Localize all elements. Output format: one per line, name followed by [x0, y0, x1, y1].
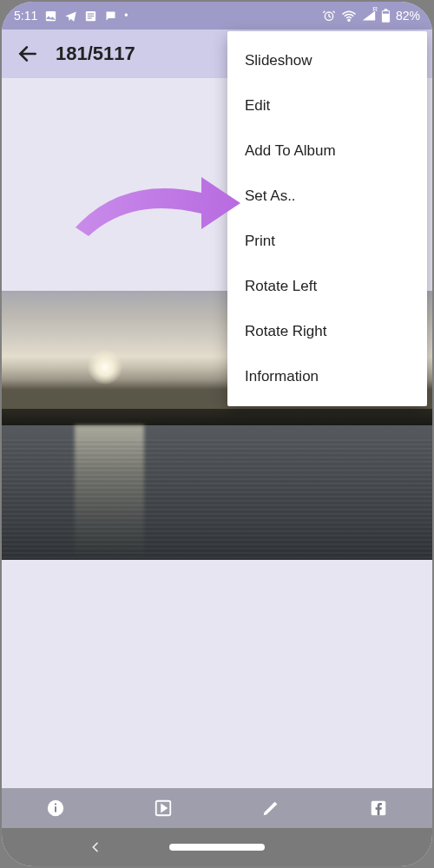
arrow-left-icon: [16, 43, 39, 65]
messages-icon: [104, 10, 117, 23]
device-frame: 5:11 •: [0, 0, 434, 868]
wifi-icon: [341, 9, 357, 23]
menu-item-rotate-right[interactable]: Rotate Right: [227, 309, 427, 354]
menu-item-label: Edit: [245, 97, 270, 114]
status-bar: 5:11 •: [2, 2, 432, 30]
info-button[interactable]: [43, 795, 69, 821]
facebook-icon: [369, 799, 388, 818]
menu-item-set-as[interactable]: Set As..: [227, 174, 427, 219]
edit-button[interactable]: [258, 795, 284, 821]
menu-item-label: Add To Album: [245, 142, 336, 159]
nav-back-button[interactable]: [89, 840, 102, 858]
gallery-icon: [44, 10, 57, 23]
share-facebook-button[interactable]: [365, 795, 391, 821]
svg-rect-3: [88, 15, 95, 16]
menu-item-edit[interactable]: Edit: [227, 83, 427, 128]
menu-item-label: Rotate Right: [245, 323, 327, 339]
menu-item-label: Information: [245, 368, 319, 385]
svg-rect-11: [55, 806, 56, 812]
telegram-icon: [64, 10, 77, 23]
battery-percent: 82%: [396, 9, 420, 23]
nav-home-pill[interactable]: [169, 844, 265, 851]
play-square-icon: [154, 799, 173, 818]
pencil-icon: [261, 799, 280, 818]
menu-item-label: Print: [245, 233, 275, 249]
bottom-action-bar: [2, 788, 432, 828]
svg-rect-8: [385, 9, 388, 10]
more-dot-icon: •: [124, 10, 128, 22]
slideshow-button[interactable]: [150, 795, 176, 821]
svg-rect-4: [88, 17, 92, 18]
back-button[interactable]: [12, 38, 43, 69]
info-icon: [46, 799, 65, 818]
status-time: 5:11: [14, 9, 37, 23]
alarm-icon: [322, 9, 336, 23]
svg-point-6: [348, 19, 350, 21]
menu-item-rotate-left[interactable]: Rotate Left: [227, 264, 427, 309]
menu-item-slideshow[interactable]: Slideshow: [227, 38, 427, 83]
photo-counter: 181/5117: [56, 43, 135, 65]
chevron-left-icon: [89, 840, 102, 854]
menu-item-add-to-album[interactable]: Add To Album: [227, 128, 427, 174]
battery-icon: [381, 9, 391, 23]
news-icon: [84, 10, 97, 23]
menu-item-label: Slideshow: [245, 52, 312, 69]
signal-icon: R: [362, 10, 376, 22]
overflow-menu: Slideshow Edit Add To Album Set As.. Pri…: [227, 31, 427, 406]
menu-item-label: Rotate Left: [245, 278, 317, 294]
svg-rect-12: [55, 804, 56, 806]
screen: 5:11 •: [2, 2, 432, 866]
menu-item-label: Set As..: [245, 187, 296, 204]
photo-treeline: [2, 409, 432, 425]
svg-rect-9: [383, 11, 389, 14]
menu-item-print[interactable]: Print: [227, 219, 427, 264]
menu-item-information[interactable]: Information: [227, 354, 427, 399]
svg-rect-2: [88, 13, 95, 14]
android-nav-bar: [2, 828, 432, 866]
annotation-arrow: [71, 167, 245, 248]
photo-ripples: [2, 439, 432, 561]
